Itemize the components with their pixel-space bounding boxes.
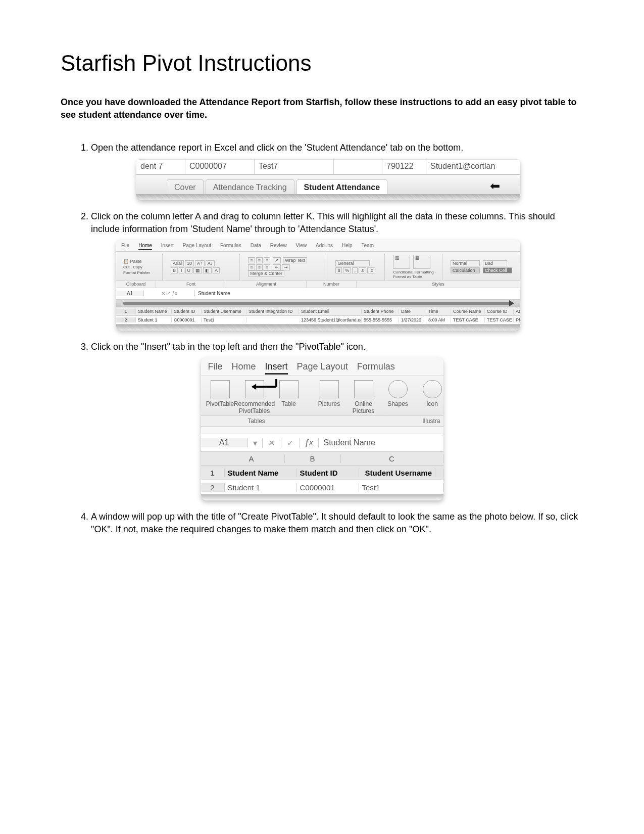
col-header: Course Name — [451, 309, 485, 314]
cell: 790122 — [382, 159, 426, 174]
font-select[interactable]: Arial — [171, 260, 184, 266]
ribbon-tab-formulas[interactable]: Formulas — [220, 243, 241, 250]
orient-icon[interactable]: ↗ — [273, 257, 281, 263]
ribbon-tab-insert[interactable]: Insert — [265, 361, 288, 375]
fx-icons[interactable]: ✕ ✓ ƒx — [144, 291, 195, 296]
percent-icon[interactable]: % — [343, 267, 351, 273]
step-4: A window will pop up with the title of "… — [91, 511, 583, 536]
font-size-select[interactable]: 10 — [185, 260, 194, 266]
merge-center-button[interactable]: Merge & Center — [248, 270, 284, 276]
wrap-text-button[interactable]: Wrap Text — [283, 257, 307, 263]
border-button[interactable]: ▦ — [193, 267, 202, 273]
ribbon-tab-review[interactable]: Review — [270, 243, 287, 250]
cell: Test1 — [202, 317, 246, 322]
ribbon-tab-file[interactable]: File — [208, 361, 223, 375]
ribbon-tab-page-layout[interactable]: Page Layout — [297, 361, 348, 375]
column-header-c[interactable]: C — [341, 454, 443, 463]
row-number[interactable]: 2 — [201, 483, 225, 492]
group-label: Tables — [201, 416, 312, 426]
ribbon-tab-view[interactable]: View — [296, 243, 307, 250]
inc-font-icon[interactable]: A↑ — [195, 260, 205, 266]
formula-bar[interactable]: Student Name — [319, 438, 443, 447]
currency-icon[interactable]: $ — [335, 267, 342, 273]
ribbon-tab-help[interactable]: Help — [342, 243, 353, 250]
align-mid-icon[interactable]: ≡ — [256, 257, 263, 263]
cell: Student Username Student — [359, 469, 443, 477]
cancel-icon[interactable]: ✕ — [263, 438, 281, 448]
shapes-button[interactable]: Shapes — [384, 380, 412, 407]
style-check-cell[interactable]: Check Cell — [483, 267, 512, 273]
align-top-icon[interactable]: ≡ — [248, 257, 255, 263]
ribbon-tab-file[interactable]: File — [121, 243, 129, 250]
sheet-tab-cover[interactable]: Cover — [167, 179, 204, 194]
group-label: Number — [307, 281, 357, 288]
icon-icon — [423, 380, 442, 398]
sheet-tab-attendance-tracking[interactable]: Attendance Tracking — [206, 179, 294, 194]
cell: Student ID — [297, 469, 359, 477]
name-box[interactable]: A1 — [116, 291, 144, 296]
comma-icon[interactable]: , — [352, 267, 358, 273]
ribbon-tab-addins[interactable]: Add-ins — [316, 243, 333, 250]
table-button[interactable]: Table — [275, 380, 303, 407]
indent-inc-icon[interactable]: ⇥ — [282, 264, 290, 270]
ribbon-tab-formulas[interactable]: Formulas — [357, 361, 395, 375]
cut-button[interactable]: Cut — [123, 265, 129, 269]
cell: 8:00 AM — [426, 317, 451, 322]
column-header-b[interactable]: B — [285, 454, 341, 463]
pivottable-button[interactable]: PivotTable — [206, 380, 234, 407]
col-header: Student Integration ID — [246, 309, 299, 314]
formula-bar[interactable]: Student Name — [195, 291, 520, 296]
cell: 123456 Student1@cortland.edu — [299, 317, 362, 322]
number-format-select[interactable]: General — [335, 260, 370, 266]
ribbon-tab-data[interactable]: Data — [251, 243, 261, 250]
dec-dec-icon[interactable]: .0 — [367, 267, 375, 273]
align-center-icon[interactable]: ≡ — [256, 264, 263, 270]
style-bad[interactable]: Bad — [483, 260, 507, 266]
bold-button[interactable]: B — [171, 267, 178, 273]
column-header-a[interactable]: A — [219, 454, 285, 463]
fx-icon[interactable]: ƒx — [300, 438, 319, 447]
shapes-icon — [388, 380, 408, 398]
row-number[interactable]: 1 — [201, 469, 225, 477]
group-label: Font — [156, 281, 226, 288]
row-number[interactable]: 1 — [116, 309, 136, 314]
col-header: Course ID — [485, 309, 514, 314]
cell: Student1@cortlan — [426, 159, 520, 174]
font-color-button[interactable]: A — [213, 267, 220, 273]
inc-dec-icon[interactable]: .0 — [359, 267, 367, 273]
cell: TEST CASE — [451, 317, 485, 322]
format-as-table-icon[interactable]: ▦ — [413, 255, 430, 269]
cell: C0000007 — [185, 159, 255, 174]
fill-color-button[interactable]: ◧ — [203, 267, 212, 273]
format-painter-button[interactable]: Format Painter — [123, 270, 158, 275]
check-icon[interactable]: ✓ — [281, 438, 300, 448]
name-box[interactable]: A1 — [201, 438, 248, 447]
recommended-pivottables-button[interactable]: Recommended PivotTables — [240, 380, 269, 414]
step-3: Click on the "Insert" tab in the top lef… — [91, 341, 583, 353]
ribbon-tab-insert[interactable]: Insert — [161, 243, 174, 250]
online-pictures-button[interactable]: Online Pictures — [350, 380, 378, 414]
conditional-formatting-icon[interactable]: ▧ — [393, 255, 410, 269]
underline-button[interactable]: U — [185, 267, 193, 273]
style-calculation[interactable]: Calculation — [451, 267, 480, 273]
sheet-tab-student-attendance[interactable]: Student Attendance — [296, 179, 388, 194]
ribbon-tab-home[interactable]: Home — [138, 243, 152, 250]
ribbon-tab-team[interactable]: Team — [362, 243, 374, 250]
icon-button[interactable]: Icon — [418, 380, 443, 407]
style-normal[interactable]: Normal — [451, 260, 480, 266]
col-header: Student ID — [172, 309, 202, 314]
italic-button[interactable]: I — [179, 267, 184, 273]
align-bot-icon[interactable]: ≡ — [264, 257, 270, 263]
dec-font-icon[interactable]: A↓ — [206, 260, 215, 266]
ribbon-tab-home[interactable]: Home — [232, 361, 256, 375]
align-right-icon[interactable]: ≡ — [264, 264, 270, 270]
chevron-down-icon[interactable]: ▾ — [248, 438, 263, 448]
ribbon-tab-page-layout[interactable]: Page Layout — [183, 243, 211, 250]
align-left-icon[interactable]: ≡ — [248, 264, 255, 270]
pictures-button[interactable]: Pictures — [315, 380, 343, 407]
copy-button[interactable]: Copy — [133, 265, 142, 269]
cell: C0000001 — [297, 483, 359, 492]
indent-dec-icon[interactable]: ⇤ — [273, 264, 281, 270]
row-number[interactable]: 2 — [116, 317, 136, 322]
paste-button[interactable]: 📋 Paste — [123, 259, 158, 264]
